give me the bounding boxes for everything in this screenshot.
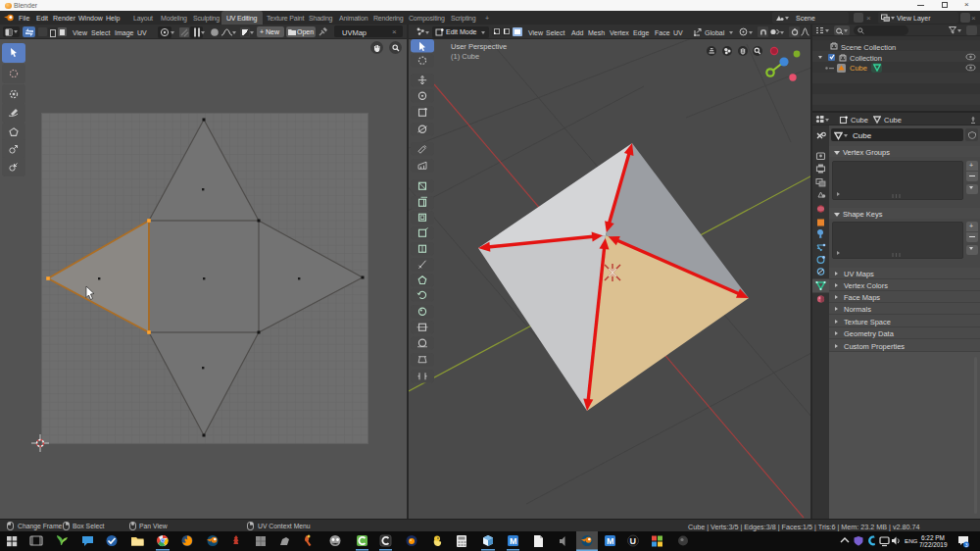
svg-text:(1) Cube: (1) Cube [451,52,479,61]
svg-text:6:22 PM: 6:22 PM [921,534,945,541]
svg-text:ENG: ENG [905,537,918,544]
svg-text:M: M [607,536,614,546]
svg-text:M: M [510,536,517,546]
svg-text:User Perspective: User Perspective [451,42,507,51]
svg-text:7/22/2019: 7/22/2019 [919,541,948,548]
svg-text:3: 3 [965,542,968,548]
svg-text:U: U [630,536,637,546]
